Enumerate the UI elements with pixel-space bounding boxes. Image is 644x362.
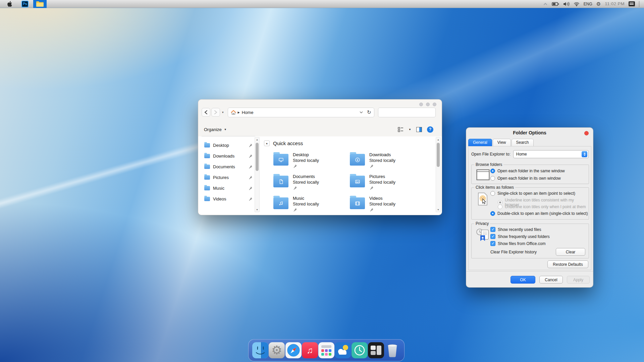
address-bar[interactable]: ▶ Home ↻ (228, 108, 374, 117)
tab-general[interactable]: General (468, 139, 492, 146)
sidebar-item-videos[interactable]: Videos (201, 193, 254, 204)
dialog-footer: OK Cancel Apply (466, 271, 593, 287)
recent-locations-chevron-icon[interactable]: ▾ (222, 111, 224, 114)
organize-caret-icon: ▼ (224, 128, 227, 131)
preview-pane-icon[interactable] (416, 127, 422, 132)
pin-icon[interactable] (248, 175, 253, 180)
window-dot-close[interactable] (419, 103, 423, 106)
radio-double-click[interactable]: Double-click to open an item (single-cli… (490, 211, 588, 216)
content-scrollbar[interactable]: ▲ ▼ (436, 137, 441, 212)
cancel-button[interactable]: Cancel (539, 276, 563, 284)
pin-icon (293, 207, 297, 212)
scrollbar-thumb[interactable] (256, 143, 259, 171)
settings-gear-icon[interactable]: ⚙ (596, 1, 601, 6)
view-dropdown-caret-icon[interactable]: ▼ (409, 128, 411, 131)
tab-view[interactable]: View (493, 139, 511, 146)
radio-same-window[interactable]: Open each folder in the same window (490, 169, 565, 173)
refresh-icon[interactable]: ↻ (367, 109, 371, 115)
sidebar-scrollbar[interactable]: ▲ ▼ (255, 137, 260, 212)
system-settings-icon[interactable]: ⚙ (269, 342, 285, 358)
stepper-icon[interactable] (582, 151, 587, 157)
clear-button[interactable]: Clear (556, 248, 585, 256)
folder-desktop-icon (273, 154, 288, 166)
pin-icon[interactable] (248, 197, 253, 201)
forward-button[interactable] (211, 108, 220, 117)
collapse-section-button[interactable]: ▲ (264, 140, 270, 146)
breadcrumb[interactable]: Home (242, 110, 254, 115)
click-items-group: Click items as follows Single-click to o… (471, 187, 589, 220)
restore-defaults-button[interactable]: Restore Defaults (547, 260, 588, 268)
radio-icon[interactable] (490, 176, 495, 181)
checkbox-label: Show frequently used folders (498, 234, 550, 239)
wifi-icon[interactable] (574, 2, 580, 6)
radio-icon[interactable] (490, 211, 495, 216)
photoshop-app-icon[interactable]: Ps (21, 1, 29, 7)
tile-videos[interactable]: Videos Stored locally (350, 195, 426, 217)
scroll-down-arrow-icon[interactable]: ▼ (436, 208, 440, 211)
checkbox-icon[interactable] (490, 227, 495, 232)
checkbox-recent-files[interactable]: Show recently used files (490, 227, 541, 232)
pin-icon[interactable] (248, 154, 253, 158)
tile-pictures[interactable]: Pictures Stored locally (350, 174, 426, 195)
file-explorer-app-icon[interactable] (33, 0, 47, 8)
back-button[interactable] (202, 108, 210, 117)
browse-folders-group: Browse folders Open each folder in the s… (471, 165, 589, 184)
tab-search[interactable]: Search (512, 139, 534, 146)
radio-underline-point: Underline icon titles only when I point … (498, 204, 586, 209)
tile-documents[interactable]: Documents Stored locally (273, 174, 350, 195)
volume-icon[interactable] (563, 2, 570, 6)
sidebar-item-desktop[interactable]: Desktop (201, 140, 254, 150)
checkbox-office-files[interactable]: Show files from Office.com (490, 241, 546, 246)
search-box[interactable] (378, 108, 436, 117)
window-dot-maximize[interactable] (433, 103, 436, 106)
radio-icon[interactable] (490, 191, 495, 196)
organize-menu[interactable]: Organize ▼ (204, 127, 227, 132)
action-center-icon[interactable] (629, 1, 635, 6)
safari-icon[interactable] (285, 342, 302, 358)
scroll-up-arrow-icon[interactable]: ▲ (436, 138, 440, 141)
ok-button[interactable]: OK (511, 276, 535, 284)
chevron-up-icon[interactable] (543, 2, 548, 6)
checkbox-icon[interactable] (490, 241, 495, 246)
launchpad-icon[interactable] (318, 342, 334, 358)
music-icon[interactable]: ♫ (302, 342, 318, 358)
scroll-up-arrow-icon[interactable]: ▲ (255, 138, 259, 141)
radio-own-window[interactable]: Open each folder in its own window (490, 176, 561, 181)
close-button[interactable] (584, 131, 589, 135)
apple-menu-icon[interactable] (5, 1, 14, 7)
section-title[interactable]: Quick access (273, 140, 303, 146)
pin-icon (293, 186, 297, 190)
sidebar-item-label: Music (213, 186, 224, 191)
time-machine-icon[interactable] (352, 342, 368, 358)
language-indicator[interactable]: ENG (584, 2, 592, 6)
pin-icon[interactable] (248, 165, 253, 169)
sidebar-item-documents[interactable]: Documents (201, 161, 254, 172)
trash-icon[interactable] (384, 342, 400, 358)
pin-icon[interactable] (248, 186, 253, 190)
tile-music[interactable]: Music Stored locally (273, 195, 350, 217)
menubar-separator (639, 1, 639, 7)
tile-downloads[interactable]: Downloads Stored locally (350, 152, 426, 174)
scroll-down-arrow-icon[interactable]: ▼ (255, 208, 259, 211)
view-layout-icon[interactable] (398, 127, 404, 132)
scrollbar-thumb[interactable] (437, 143, 440, 167)
checkbox-icon[interactable] (490, 234, 495, 239)
checkbox-frequent-folders[interactable]: Show frequently used folders (490, 234, 550, 239)
tile-desktop[interactable]: Desktop Stored locally (273, 152, 350, 174)
open-to-select[interactable]: Home (513, 150, 589, 158)
pin-icon[interactable] (248, 143, 253, 147)
help-icon[interactable]: ? (427, 126, 433, 133)
radio-single-click[interactable]: Single-click to open an item (point to s… (490, 191, 575, 196)
address-dropdown-chevron-icon[interactable] (360, 111, 363, 114)
search-input[interactable] (381, 110, 440, 115)
mission-control-icon[interactable] (368, 342, 384, 358)
battery-icon[interactable] (552, 2, 559, 6)
window-dot-minimize[interactable] (426, 103, 430, 106)
sidebar-item-downloads[interactable]: Downloads (201, 150, 254, 161)
finder-icon[interactable] (252, 342, 268, 358)
sidebar-item-music[interactable]: Music (201, 183, 254, 193)
radio-icon[interactable] (490, 169, 495, 173)
sidebar-item-pictures[interactable]: Pictures (201, 172, 254, 183)
content-pane: ▲ Quick access Desktop Stored locally (262, 136, 434, 215)
weather-icon[interactable] (335, 342, 351, 358)
